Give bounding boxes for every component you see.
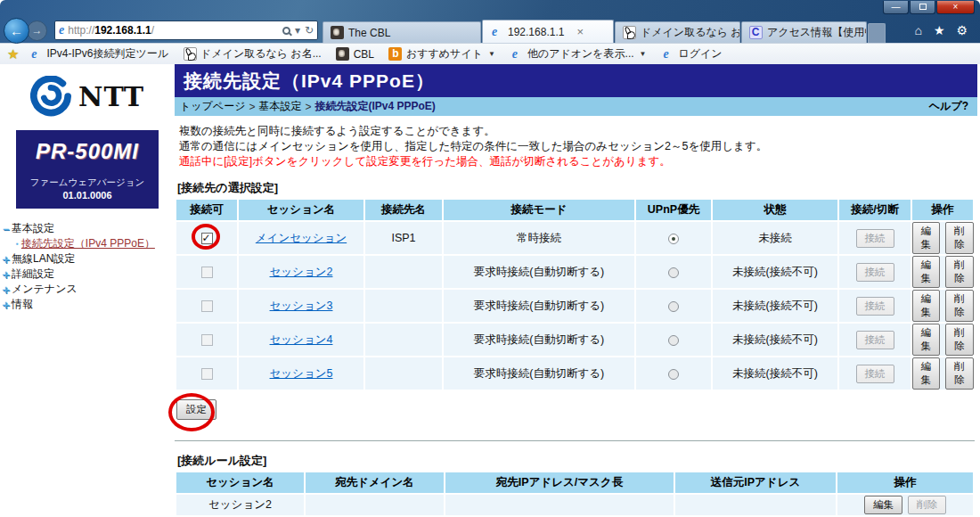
connect-button: 接続 bbox=[856, 365, 894, 383]
expand-plus-icon[interactable]: ＋ bbox=[0, 267, 12, 282]
upnp-radio[interactable] bbox=[668, 234, 679, 244]
home-icon[interactable]: ⌂ bbox=[914, 23, 921, 37]
sidebar-item-advanced-settings[interactable]: ＋ 詳細設定 bbox=[0, 267, 175, 282]
connect-button: 接続 bbox=[856, 263, 894, 282]
submit-button[interactable]: 設定 bbox=[176, 399, 216, 420]
refresh-icon[interactable]: ↻ bbox=[305, 24, 314, 37]
back-button[interactable]: ← bbox=[4, 18, 29, 44]
expand-plus-icon[interactable]: ＋ bbox=[0, 297, 12, 312]
window-titlebar: — × bbox=[0, 0, 980, 18]
ie-favicon-icon: e bbox=[489, 25, 503, 39]
breadcrumb-basic[interactable]: 基本設定 bbox=[258, 99, 301, 114]
address-dropdown-icon[interactable]: ▾ bbox=[295, 24, 300, 37]
table-row: セッション3 要求時接続(自動切断する) 未接続(接続不可) 接続 編集削除 bbox=[176, 290, 973, 322]
upnp-radio bbox=[668, 267, 679, 278]
ntt-wordmark: NTT bbox=[78, 81, 144, 112]
new-tab-button[interactable] bbox=[868, 23, 886, 43]
status-text: 未接続(接続不可) bbox=[713, 290, 837, 322]
description: 複数の接続先と同時に接続するよう設定することができます。 通常の通信にはメインセ… bbox=[175, 116, 977, 169]
c-favicon-icon: C bbox=[748, 26, 763, 40]
favorite-onamae[interactable]: ドメイン取るなら お名... bbox=[178, 46, 326, 62]
favorites-star-icon[interactable]: ★ bbox=[934, 23, 945, 37]
edit-button[interactable]: 編集 bbox=[912, 324, 941, 356]
breadcrumb-home[interactable]: トップページ bbox=[180, 99, 245, 114]
status-text: 未接続(接続不可) bbox=[713, 357, 837, 390]
favorite-more-addons[interactable]: e 他のアドオンを表示... ▼ bbox=[505, 46, 651, 62]
section-heading-selection: [接続先の選択設定] bbox=[177, 180, 977, 196]
sidebar-item-pppoe-settings[interactable]: ▪ 接続先設定（IPv4 PPPoE） bbox=[0, 236, 175, 251]
dropdown-arrow-icon: ▼ bbox=[488, 50, 495, 58]
session-link[interactable]: メインセッション bbox=[256, 232, 347, 244]
warning-text: 通話中に[設定]ボタンをクリックして設定変更を行った場合、通話が切断されることが… bbox=[179, 154, 977, 169]
ntt-swirl-icon bbox=[30, 76, 71, 117]
add-favorite-star-icon[interactable]: ★ bbox=[7, 46, 19, 62]
session-link[interactable]: セッション3 bbox=[270, 300, 333, 312]
sidebar-item-maintenance[interactable]: ＋ メンテナンス bbox=[0, 282, 175, 297]
collapse-minus-icon[interactable]: － bbox=[0, 221, 12, 236]
session-link[interactable]: セッション4 bbox=[270, 333, 333, 346]
sidebar-item-basic-settings[interactable]: － 基本設定 bbox=[0, 221, 175, 236]
status-text: 未接続 bbox=[713, 222, 837, 254]
upnp-radio bbox=[668, 335, 679, 346]
help-link[interactable]: ヘルプ? bbox=[929, 99, 968, 114]
cbl-icon bbox=[336, 47, 350, 62]
sidebar-item-wlan-settings[interactable]: ＋ 無線LAN設定 bbox=[0, 251, 175, 267]
delete-button[interactable]: 削除 bbox=[945, 256, 974, 288]
settings-gear-icon[interactable]: ⚙ bbox=[956, 23, 968, 37]
session-link[interactable]: セッション5 bbox=[270, 367, 333, 380]
sidebar-item-info[interactable]: ＋ 情報 bbox=[0, 297, 175, 312]
favorite-cbl[interactable]: CBL bbox=[331, 47, 379, 62]
delete-button[interactable]: 削除 bbox=[945, 290, 974, 322]
firmware-version: 01.01.0006 bbox=[18, 190, 157, 201]
session-link[interactable]: セッション2 bbox=[270, 266, 333, 278]
edit-button[interactable]: 編集 bbox=[912, 290, 941, 322]
navigation-bar: ← → e http://192.168.1.1/ ▾ ↻ The CBL e … bbox=[0, 18, 980, 43]
delete-button[interactable]: 削除 bbox=[945, 324, 974, 356]
favorites-bar: ★ e IPv4-IPv6接続判定ツール ドメイン取るなら お名... CBL … bbox=[0, 43, 980, 64]
tab-onamae[interactable]: ドメイン取るなら お名前.... bbox=[615, 21, 740, 43]
tab-bar: The CBL e 192.168.1.1 × ドメイン取るなら お名前....… bbox=[323, 18, 907, 43]
window-minimize-button[interactable]: — bbox=[883, 1, 909, 14]
tab-the-cbl[interactable]: The CBL bbox=[323, 21, 481, 43]
edit-button[interactable]: 編集 bbox=[912, 256, 941, 288]
suggested-sites-icon: b bbox=[388, 47, 403, 62]
upnp-radio bbox=[668, 369, 679, 380]
maximize-icon bbox=[919, 4, 927, 10]
expand-plus-icon[interactable]: ＋ bbox=[0, 251, 12, 267]
breadcrumb-current: 接続先設定(IPv4 PPPoE) bbox=[314, 99, 435, 114]
window-close-button[interactable]: × bbox=[936, 1, 975, 14]
browser-chrome: — × ← → e http://192.168.1.1/ ▾ ↻ The CB… bbox=[0, 0, 980, 64]
enable-checkbox[interactable] bbox=[201, 233, 213, 244]
edit-button[interactable]: 編集 bbox=[864, 496, 902, 514]
connect-button: 接続 bbox=[856, 229, 894, 248]
pppoe-settings-link[interactable]: 接続先設定（IPv4 PPPoE） bbox=[21, 236, 155, 251]
tab-access-info[interactable]: C アクセス情報【使用中のI... bbox=[741, 21, 867, 43]
tab-router-active[interactable]: e 192.168.1.1 × bbox=[482, 20, 614, 43]
sidebar-nav: － 基本設定 ▪ 接続先設定（IPv4 PPPoE） ＋ 無線LAN設定 ＋ 詳… bbox=[0, 221, 175, 312]
tab-close-icon[interactable]: × bbox=[576, 25, 584, 38]
favorite-login[interactable]: e ログイン bbox=[657, 46, 727, 62]
ie-icon: e bbox=[661, 47, 675, 62]
cbl-favicon-icon bbox=[330, 26, 344, 40]
ie-icon: e bbox=[29, 47, 43, 62]
address-bar[interactable]: e http://192.168.1.1/ ▾ ↻ bbox=[54, 21, 318, 40]
edit-button[interactable]: 編集 bbox=[912, 357, 941, 390]
rabbit-favicon-icon bbox=[622, 26, 636, 40]
window-maximize-button[interactable] bbox=[910, 1, 935, 14]
ntt-logo: NTT bbox=[0, 73, 175, 119]
upnp-radio bbox=[668, 301, 679, 312]
expand-plus-icon[interactable]: ＋ bbox=[0, 282, 12, 297]
favorite-suggested-sites[interactable]: b おすすめサイト ▼ bbox=[384, 46, 500, 62]
edit-button[interactable]: 編集 bbox=[912, 222, 941, 254]
device-panel: PR-500MI ファームウェアバージョン 01.01.0006 bbox=[16, 130, 159, 209]
sidebar: NTT PR-500MI ファームウェアバージョン 01.01.0006 － 基… bbox=[0, 64, 175, 517]
delete-button[interactable]: 削除 bbox=[945, 222, 974, 254]
delete-button[interactable]: 削除 bbox=[945, 357, 974, 390]
search-icon[interactable] bbox=[282, 27, 290, 35]
page-favicon-icon: e bbox=[59, 23, 64, 37]
breadcrumb: トップページ > 基本設定 > 接続先設定(IPv4 PPPoE) ヘルプ? bbox=[175, 97, 977, 116]
url-text[interactable]: http://192.168.1.1/ bbox=[68, 24, 282, 37]
favorite-ipv4-ipv6-tool[interactable]: e IPv4-IPv6接続判定ツール bbox=[24, 46, 173, 62]
forward-button[interactable]: → bbox=[27, 21, 47, 41]
firmware-label: ファームウェアバージョン bbox=[18, 176, 157, 189]
